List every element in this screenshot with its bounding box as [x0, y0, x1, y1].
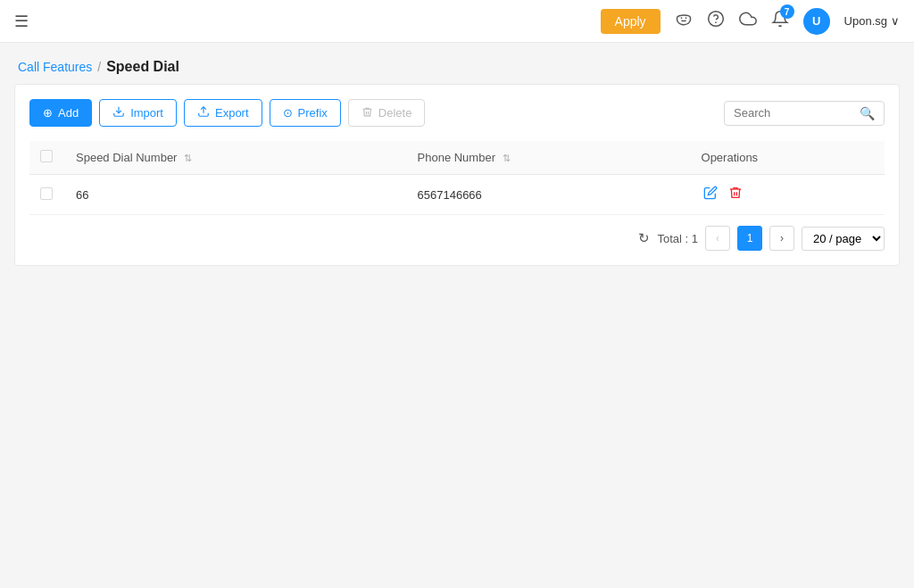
- search-box[interactable]: 🔍: [724, 101, 885, 126]
- header: ☰ Apply 7 U Upon.sg ∨: [0, 0, 914, 43]
- prev-page-button[interactable]: ‹: [705, 226, 730, 251]
- cloud-icon[interactable]: [739, 10, 757, 32]
- add-button[interactable]: ⊕ Add: [29, 99, 92, 127]
- pagination: ↻ Total : 1 ‹ 1 › 20 / page: [29, 215, 885, 251]
- breadcrumb-parent[interactable]: Call Features: [18, 60, 92, 74]
- row-checkbox[interactable]: [40, 187, 53, 200]
- apply-button[interactable]: Apply: [601, 9, 661, 34]
- sort-icon-phone[interactable]: ⇅: [503, 153, 511, 163]
- edit-button[interactable]: [702, 184, 719, 205]
- select-all-header: [29, 141, 65, 175]
- col-speed-dial-number: Speed Dial Number ⇅: [65, 141, 407, 175]
- cell-phone-number: 6567146666: [407, 175, 691, 215]
- mask-icon[interactable]: [675, 10, 693, 32]
- toolbar-left: ⊕ Add Import Export ⊙ Prefix: [29, 99, 425, 127]
- main-content: ⊕ Add Import Export ⊙ Prefix: [14, 84, 900, 266]
- import-button[interactable]: Import: [99, 99, 177, 127]
- import-icon: [112, 105, 125, 120]
- total-label: Total : 1: [657, 232, 698, 245]
- breadcrumb: Call Features / Speed Dial: [0, 43, 914, 84]
- bell-icon[interactable]: 7: [771, 10, 789, 32]
- help-icon[interactable]: [707, 10, 725, 32]
- col-phone-number: Phone Number ⇅: [407, 141, 691, 175]
- avatar[interactable]: U: [803, 8, 830, 35]
- page-1-button[interactable]: 1: [737, 226, 762, 251]
- export-button[interactable]: Export: [184, 99, 262, 127]
- toolbar: ⊕ Add Import Export ⊙ Prefix: [29, 99, 885, 127]
- prefix-icon: ⊙: [283, 106, 293, 120]
- prefix-button[interactable]: ⊙ Prefix: [270, 99, 341, 127]
- user-name[interactable]: Upon.sg ∨: [844, 14, 900, 28]
- svg-point-2: [708, 12, 723, 27]
- menu-icon[interactable]: ☰: [14, 12, 29, 31]
- header-left: ☰: [14, 12, 29, 31]
- chevron-down-icon: ∨: [891, 14, 900, 28]
- delete-button[interactable]: Delete: [348, 99, 426, 127]
- refresh-icon[interactable]: ↻: [638, 230, 650, 246]
- trash-icon: [361, 106, 373, 120]
- sort-icon-speed-dial[interactable]: ⇅: [184, 153, 192, 163]
- export-icon: [197, 105, 210, 120]
- row-checkbox-cell: [29, 175, 65, 215]
- select-all-checkbox[interactable]: [40, 150, 53, 162]
- breadcrumb-current: Speed Dial: [106, 59, 179, 75]
- page-size-select[interactable]: 20 / page: [802, 227, 885, 251]
- plus-icon: ⊕: [43, 106, 53, 120]
- table-row: 66 6567146666: [29, 175, 885, 215]
- header-right: Apply 7 U Upon.sg ∨: [601, 8, 900, 35]
- data-table: Speed Dial Number ⇅ Phone Number ⇅ Opera…: [29, 141, 885, 215]
- breadcrumb-separator: /: [97, 60, 101, 74]
- search-input[interactable]: [734, 106, 854, 120]
- col-operations: Operations: [691, 141, 885, 175]
- cell-speed-dial-number: 66: [65, 175, 407, 215]
- next-page-button[interactable]: ›: [769, 226, 794, 251]
- search-icon: 🔍: [860, 106, 875, 120]
- delete-row-button[interactable]: [727, 184, 744, 205]
- cell-operations: [691, 175, 885, 215]
- notification-badge: 7: [780, 4, 794, 19]
